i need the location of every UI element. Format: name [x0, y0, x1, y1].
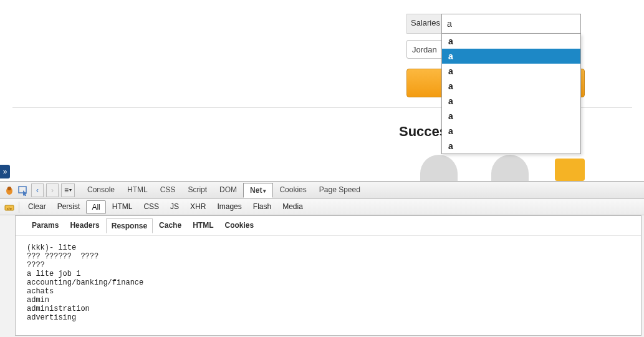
autocomplete-item[interactable]: a — [442, 64, 580, 79]
menu-lines-icon: ≡ — [64, 186, 69, 195]
main-tab-dom[interactable]: DOM — [213, 183, 243, 197]
side-expand-tab[interactable]: » — [0, 165, 10, 178]
youtube-badge — [555, 159, 585, 181]
avatar-placeholder — [420, 155, 458, 181]
main-tab-css[interactable]: CSS — [154, 183, 182, 197]
salaries-label: Salaries — [406, 14, 441, 34]
autocomplete-item[interactable]: a — [442, 109, 580, 124]
inspect-icon[interactable] — [17, 185, 29, 196]
filter-all[interactable]: All — [86, 200, 105, 214]
request-tab-html[interactable]: HTML — [188, 218, 218, 233]
autocomplete-item[interactable]: a — [442, 139, 580, 154]
nav-forward-button: › — [46, 183, 59, 197]
avatar-placeholder — [491, 155, 529, 181]
svg-rect-2 — [19, 187, 26, 193]
request-tab-cache[interactable]: Cache — [154, 218, 186, 233]
autocomplete-item[interactable]: a — [442, 94, 580, 109]
firebug-toolbar: ‹ › ≡ ▾ ConsoleHTMLCSSScriptDOMNet▾Cooki… — [0, 182, 644, 199]
svg-text:xhr: xhr — [7, 206, 12, 210]
request-tab-headers[interactable]: Headers — [65, 218, 104, 233]
main-tab-console[interactable]: Console — [81, 183, 121, 197]
break-on-xhr-icon[interactable]: xhr — [4, 202, 15, 213]
firebug-panel: ‹ › ≡ ▾ ConsoleHTMLCSSScriptDOMNet▾Cooki… — [0, 181, 644, 337]
filter-clear[interactable]: Clear — [23, 200, 51, 214]
autocomplete-item[interactable]: a — [442, 34, 580, 49]
firebug-gutter — [0, 215, 15, 336]
request-tab-params[interactable]: Params — [27, 218, 64, 233]
webpage-area: Salaries Succes aaaaaaaa » — [0, 0, 644, 181]
filter-images[interactable]: Images — [212, 200, 246, 214]
autocomplete-dropdown: aaaaaaaa — [441, 34, 581, 154]
response-body: (kkk)- lite ??? ?????? ???? ???? a lite … — [16, 236, 641, 330]
filter-persist[interactable]: Persist — [52, 200, 85, 214]
autocomplete-item[interactable]: a — [442, 124, 580, 139]
main-tab-page-speed[interactable]: Page Speed — [313, 183, 367, 197]
filter-xhr[interactable]: XHR — [185, 200, 211, 214]
filter-css[interactable]: CSS — [138, 200, 164, 214]
main-tab-html[interactable]: HTML — [121, 183, 154, 197]
success-heading: Succes — [399, 124, 447, 140]
chevron-down-icon: ▾ — [69, 187, 72, 193]
chevron-down-icon: ▾ — [263, 188, 266, 194]
filter-flash[interactable]: Flash — [248, 200, 276, 214]
main-tab-net[interactable]: Net▾ — [243, 183, 273, 198]
nav-back-button[interactable]: ‹ — [31, 183, 44, 197]
net-filter-bar: xhr ClearPersistAllHTMLCSSJSXHRImagesFla… — [0, 199, 644, 215]
autocomplete-item[interactable]: a — [442, 79, 580, 94]
svg-point-1 — [7, 187, 11, 190]
filter-media[interactable]: Media — [277, 200, 308, 214]
filter-js[interactable]: JS — [165, 200, 184, 214]
main-tab-script[interactable]: Script — [181, 183, 213, 197]
filter-html[interactable]: HTML — [107, 200, 138, 214]
autocomplete-item[interactable]: a — [442, 49, 580, 64]
request-tab-response[interactable]: Response — [106, 218, 153, 233]
firebug-icon[interactable] — [4, 185, 15, 196]
firebug-menu-button[interactable]: ≡ ▾ — [61, 183, 75, 197]
salaries-search-input[interactable] — [441, 14, 581, 34]
net-response-pane: ParamsHeadersResponseCacheHTMLCookies (k… — [15, 215, 642, 336]
request-tab-cookies[interactable]: Cookies — [219, 218, 259, 233]
main-tab-cookies[interactable]: Cookies — [273, 183, 312, 197]
